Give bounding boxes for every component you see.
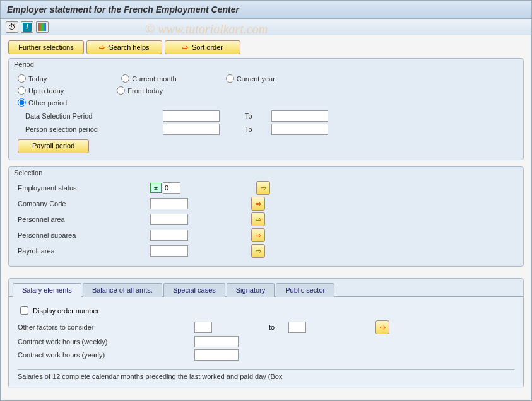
group-title: Selection: [9, 167, 523, 177]
radio-up-to-today[interactable]: Up to today: [18, 86, 64, 95]
not-equal-icon[interactable]: ≠: [150, 183, 162, 193]
multiple-selection-button[interactable]: ⇨: [375, 320, 389, 334]
sort-order-button[interactable]: ⇨ Sort order: [165, 40, 240, 54]
other-factors-from-input[interactable]: [194, 322, 212, 333]
tab-public-sector[interactable]: Public sector: [276, 283, 334, 297]
label-personnel-subarea: Personnel subarea: [18, 231, 150, 239]
group-title: Period: [9, 59, 523, 68]
label-other-factors: Other factors to consider: [18, 323, 194, 331]
label-company-code: Company Code: [18, 200, 150, 207]
arrow-right-icon: ⇨: [256, 216, 261, 224]
selection-group: Selection Employment status ≠ ⇨ Company …: [8, 166, 524, 267]
label-person-selection: Person selection period: [18, 125, 163, 133]
box-note: Salaries of 12 complete calendar months …: [18, 369, 514, 380]
variant-icon[interactable]: [36, 21, 49, 33]
arrow-right-icon: ⇨: [380, 323, 386, 332]
arrow-right-icon: ⇨: [99, 44, 105, 52]
multiple-selection-button[interactable]: ⇨: [251, 244, 265, 258]
label-to: To: [245, 125, 264, 133]
further-selections-button[interactable]: Further selections: [8, 40, 84, 54]
display-order-checkbox[interactable]: [20, 306, 28, 315]
tab-balance-all-amts[interactable]: Balance of all amts.: [83, 283, 162, 297]
personnel-area-input[interactable]: [150, 214, 188, 225]
top-button-row: Further selections ⇨ Search helps ⇨ Sort…: [8, 40, 524, 54]
multiple-selection-button[interactable]: ⇨: [256, 181, 270, 195]
radio-current-year[interactable]: Current year: [226, 74, 275, 83]
person-selection-from-input[interactable]: [163, 124, 220, 135]
radio-other-period[interactable]: Other period: [18, 98, 67, 107]
multiple-selection-button[interactable]: ⇨: [251, 212, 265, 226]
arrow-right-icon: ⇨: [256, 200, 261, 208]
arrow-right-icon: ⇨: [256, 231, 261, 240]
tab-body-salary: Display order number Other factors to co…: [9, 297, 523, 388]
execute-icon[interactable]: ⏱: [6, 21, 18, 33]
label-emp-status: Employment status: [18, 184, 150, 192]
tabstrip: Salary elements Balance of all amts. Spe…: [8, 278, 524, 388]
personnel-subarea-input[interactable]: [150, 230, 188, 241]
emp-status-input[interactable]: [163, 182, 180, 194]
other-factors-to-input[interactable]: [288, 322, 306, 333]
data-selection-to-input[interactable]: [271, 110, 328, 122]
multiple-selection-button[interactable]: ⇨: [251, 228, 265, 242]
button-label: Sort order: [192, 44, 223, 51]
radio-from-today[interactable]: From today: [117, 86, 163, 95]
label-personnel-area: Personnel area: [18, 216, 150, 223]
arrow-right-icon: ⇨: [261, 184, 266, 192]
contract-weekly-input[interactable]: [194, 336, 239, 347]
payroll-period-button[interactable]: Payroll period: [18, 139, 89, 153]
info-icon[interactable]: i: [21, 21, 33, 33]
multiple-selection-button[interactable]: ⇨: [251, 197, 265, 211]
label-contract-weekly: Contract work hours (weekly): [18, 338, 194, 346]
company-code-input[interactable]: [150, 198, 188, 209]
label-payroll-area: Payroll area: [18, 247, 150, 255]
label-to-lower: to: [269, 323, 275, 331]
person-selection-to-input[interactable]: [271, 124, 328, 135]
app-toolbar: ⏱ i: [1, 19, 531, 35]
contract-yearly-input[interactable]: [194, 349, 239, 361]
tab-salary-elements[interactable]: Salary elements: [13, 283, 81, 297]
title-bar: Employer statement for the French Employ…: [1, 1, 531, 19]
tab-special-cases[interactable]: Special cases: [163, 283, 225, 297]
tab-signatory[interactable]: Signatory: [227, 283, 275, 297]
arrow-right-icon: ⇨: [182, 44, 188, 52]
label-to: To: [245, 112, 264, 120]
period-group: Period Today Current month Current year …: [8, 58, 524, 160]
radio-current-month[interactable]: Current month: [121, 74, 176, 83]
label-contract-yearly: Contract work hours (yearly): [18, 351, 194, 359]
payroll-area-input[interactable]: [150, 245, 188, 257]
tab-header-row: Salary elements Balance of all amts. Spe…: [9, 279, 523, 297]
label-data-selection: Data Selection Period: [18, 112, 163, 120]
arrow-right-icon: ⇨: [256, 247, 261, 255]
radio-today[interactable]: Today: [18, 74, 47, 83]
page-title: Employer statement for the French Employ…: [7, 4, 525, 15]
search-helps-button[interactable]: ⇨ Search helps: [86, 40, 162, 54]
data-selection-from-input[interactable]: [163, 110, 220, 122]
button-label: Search helps: [109, 44, 149, 51]
button-label: Further selections: [18, 44, 73, 51]
label-display-order: Display order number: [33, 307, 99, 315]
content-area: Further selections ⇨ Search helps ⇨ Sort…: [1, 35, 531, 398]
